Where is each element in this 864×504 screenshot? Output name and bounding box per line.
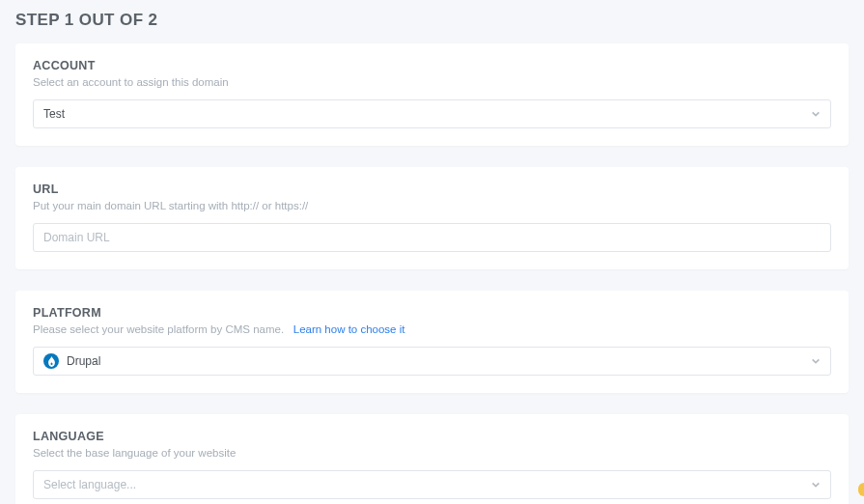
chevron-down-icon	[811, 109, 821, 119]
account-select-value: Test	[43, 107, 65, 121]
chevron-down-icon	[811, 480, 821, 490]
url-card: URL Put your main domain URL starting wi…	[15, 167, 849, 269]
account-card: ACCOUNT Select an account to assign this…	[15, 43, 849, 146]
platform-heading: PLATFORM	[33, 306, 831, 320]
account-sub: Select an account to assign this domain	[33, 76, 831, 88]
language-sub: Select the base language of your website	[33, 447, 831, 459]
account-select[interactable]: Test	[33, 99, 831, 128]
language-select[interactable]: Select language...	[33, 470, 831, 499]
language-heading: LANGUAGE	[33, 430, 831, 443]
platform-select[interactable]: Drupal	[33, 347, 831, 376]
language-card: LANGUAGE Select the base language of you…	[15, 414, 849, 504]
url-heading: URL	[33, 182, 831, 196]
platform-select-value: Drupal	[67, 354, 100, 368]
url-input[interactable]	[33, 223, 831, 252]
platform-card: PLATFORM Please select your website plat…	[15, 291, 849, 393]
chevron-down-icon	[811, 356, 821, 366]
url-sub: Put your main domain URL starting with h…	[33, 200, 831, 211]
platform-help-link[interactable]: Learn how to choose it	[293, 323, 405, 335]
language-select-placeholder: Select language...	[43, 478, 136, 491]
widget-nub[interactable]	[858, 483, 864, 496]
page-title: STEP 1 OUT OF 2	[0, 0, 864, 43]
account-heading: ACCOUNT	[33, 59, 831, 72]
platform-sub: Please select your website platform by C…	[33, 323, 831, 335]
platform-sub-text: Please select your website platform by C…	[33, 323, 284, 335]
drupal-icon	[43, 353, 59, 369]
